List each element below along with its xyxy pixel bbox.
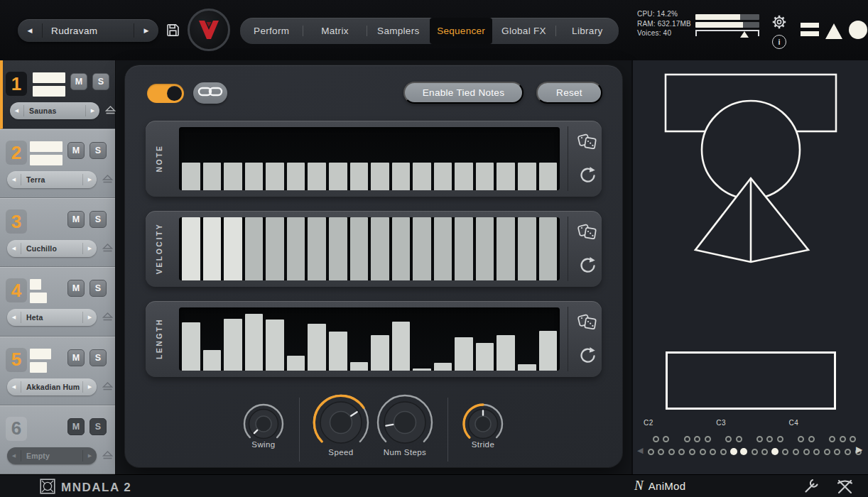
tab-matrix[interactable]: Matrix — [303, 18, 366, 44]
preset-selector[interactable]: ◀ Rudravam ▶ — [18, 19, 158, 42]
eject-icon[interactable] — [102, 381, 113, 394]
mute-button[interactable]: M — [70, 73, 87, 90]
instrument-name[interactable]: Heta — [21, 313, 82, 322]
mute-button[interactable]: M — [67, 349, 85, 366]
key-dot-A2[interactable] — [700, 449, 706, 455]
solo-button[interactable]: S — [89, 280, 107, 297]
instrument-name[interactable]: Cuchillo — [21, 244, 82, 253]
instrument-name[interactable]: Terra — [21, 175, 82, 184]
step-bar[interactable] — [224, 217, 242, 280]
eject-icon[interactable] — [102, 312, 113, 324]
step-display[interactable] — [179, 217, 560, 280]
tab-perform[interactable]: Perform — [240, 18, 303, 44]
step-bar[interactable] — [182, 217, 200, 280]
step-bar[interactable] — [203, 217, 222, 280]
key-dot-G#4[interactable] — [840, 436, 846, 442]
key-dot-A3[interactable] — [771, 448, 779, 455]
tab-samplers[interactable]: Samplers — [367, 18, 430, 44]
sequencer-enable-toggle[interactable] — [147, 84, 184, 103]
instrument-next-button[interactable]: ▶ — [83, 177, 97, 182]
key-dot-C#3[interactable] — [725, 436, 732, 442]
track-row-1[interactable]: 1MS◀Saunas▶ — [0, 60, 115, 129]
step-display[interactable] — [179, 127, 560, 190]
key-dot-E2[interactable] — [668, 449, 675, 455]
mute-button[interactable]: M — [67, 418, 85, 435]
instrument-prev-button[interactable]: ◀ — [10, 108, 23, 114]
key-dot-F4[interactable] — [824, 449, 830, 455]
solo-button[interactable]: S — [89, 418, 107, 435]
solo-button[interactable]: S — [89, 211, 107, 228]
info-icon[interactable]: i — [772, 35, 786, 49]
step-bar[interactable] — [266, 320, 284, 371]
eject-icon[interactable] — [102, 174, 113, 187]
step-bar[interactable] — [350, 163, 369, 190]
step-bar[interactable] — [476, 163, 494, 190]
randomize-dice-icon[interactable] — [575, 129, 600, 154]
step-bar[interactable] — [203, 350, 222, 371]
key-dot-D2[interactable] — [658, 449, 664, 455]
key-dot-F3[interactable] — [752, 449, 758, 455]
step-bar[interactable] — [371, 163, 389, 190]
key-dot-G2[interactable] — [689, 449, 695, 455]
step-bar[interactable] — [455, 337, 473, 371]
instrument-selector[interactable]: ◀Saunas▶ — [10, 102, 99, 119]
key-dot-G3[interactable] — [761, 449, 768, 455]
step-bar[interactable] — [539, 163, 558, 190]
key-dot-C#2[interactable] — [653, 436, 659, 442]
key-dot-F2[interactable] — [678, 449, 685, 455]
step-bar[interactable] — [434, 363, 452, 371]
instrument-next-button[interactable]: ▶ — [83, 453, 97, 459]
step-bar[interactable] — [392, 322, 411, 371]
instrument-name[interactable]: Akkadian Hum — [21, 383, 82, 391]
step-bar[interactable] — [476, 217, 494, 280]
knob-speed[interactable] — [311, 393, 371, 455]
key-dot-F#3[interactable] — [756, 436, 763, 442]
instrument-name[interactable]: Saunas — [24, 106, 85, 115]
key-dot-A4[interactable] — [845, 449, 851, 455]
reset-cycle-icon[interactable] — [575, 163, 600, 188]
key-dot-A#4[interactable] — [850, 436, 856, 442]
step-bar[interactable] — [518, 163, 536, 190]
key-dot-D#2[interactable] — [663, 436, 669, 442]
keyboard-scroll-left-button[interactable]: ◀ — [637, 446, 643, 455]
key-dot-C2[interactable] — [648, 449, 654, 455]
preset-prev-button[interactable]: ◀ — [18, 27, 42, 34]
key-dot-G4[interactable] — [834, 449, 840, 455]
instrument-next-button[interactable]: ▶ — [83, 384, 97, 390]
preset-name[interactable]: Rudravam — [43, 26, 134, 36]
key-dot-F#4[interactable] — [829, 436, 835, 442]
toggle-knob[interactable] — [167, 86, 182, 101]
key-dot-B2[interactable] — [710, 449, 716, 455]
step-bar[interactable] — [308, 163, 326, 190]
key-dot-E3[interactable] — [740, 448, 747, 455]
step-bar[interactable] — [245, 217, 264, 280]
solo-button[interactable]: S — [89, 142, 107, 159]
wrench-tool-icon[interactable] — [803, 478, 820, 497]
mute-button[interactable]: M — [67, 211, 85, 228]
instrument-selector[interactable]: ◀Empty▶ — [7, 447, 97, 464]
step-bar[interactable] — [182, 322, 200, 371]
mntra-logo[interactable] — [188, 9, 230, 51]
step-bar[interactable] — [287, 356, 305, 371]
preset-next-button[interactable]: ▶ — [134, 27, 158, 34]
instrument-next-button[interactable]: ▶ — [86, 108, 99, 114]
instrument-next-button[interactable]: ▶ — [83, 246, 97, 251]
mute-button[interactable]: M — [67, 280, 85, 297]
track-row-6[interactable]: 6MS◀Empty▶ — [0, 405, 115, 474]
instrument-selector[interactable]: ◀Heta▶ — [7, 309, 97, 326]
track-row-3[interactable]: 3MS◀Cuchillo▶ — [0, 198, 115, 267]
track-row-2[interactable]: 2MS◀Terra▶ — [0, 129, 115, 198]
step-bar[interactable] — [308, 324, 326, 371]
track-row-5[interactable]: 5MS◀Akkadian Hum▶ — [0, 337, 115, 405]
randomize-dice-icon[interactable] — [575, 219, 600, 244]
instrument-next-button[interactable]: ▶ — [83, 315, 97, 320]
link-button[interactable] — [193, 82, 227, 104]
step-bar[interactable] — [287, 217, 305, 280]
key-dot-F#2[interactable] — [684, 436, 690, 442]
key-dot-G#3[interactable] — [766, 436, 773, 442]
key-dot-C4[interactable] — [793, 449, 799, 455]
enable-tied-notes-button[interactable]: Enable Tied Notes — [403, 82, 523, 104]
instrument-prev-button[interactable]: ◀ — [7, 177, 21, 182]
step-bar[interactable] — [245, 314, 264, 371]
key-dot-C3[interactable] — [720, 449, 727, 455]
